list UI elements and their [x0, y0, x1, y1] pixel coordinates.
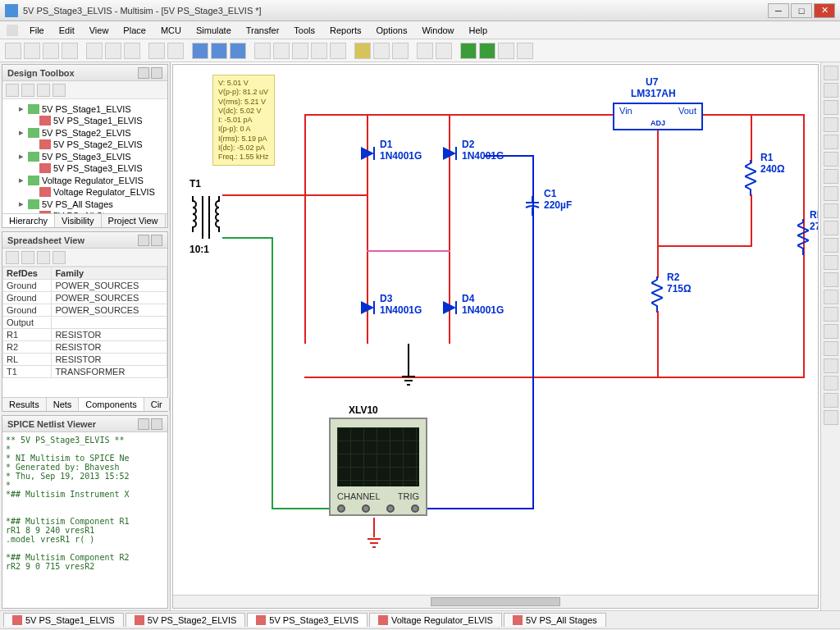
tool-pause-icon[interactable]	[498, 43, 514, 59]
tool-analysis-icon[interactable]	[417, 43, 433, 59]
tool-play-icon[interactable]	[479, 43, 495, 59]
tool-undo-icon[interactable]	[148, 43, 165, 59]
inst-labview-icon[interactable]	[824, 376, 838, 390]
refresh-icon[interactable]	[52, 84, 66, 97]
inst-logic-conv-icon[interactable]	[824, 221, 838, 235]
tool-print-icon[interactable]	[62, 43, 78, 59]
panel-pin-icon[interactable]	[138, 235, 149, 246]
spreadsheet-table[interactable]: RefDes Family GroundPOWER_SOURCESGroundP…	[2, 267, 167, 397]
tab-hierarchy[interactable]: Hierarchy	[2, 214, 55, 227]
inst-4ch-scope-icon[interactable]	[824, 135, 838, 149]
inst-word-gen-icon[interactable]	[824, 186, 838, 201]
tree-item[interactable]: 5V PS_Stage2_ELVIS	[4, 139, 166, 150]
tree-item[interactable]: Voltage Regulator_ELVIS	[4, 186, 166, 198]
table-row[interactable]: Output	[3, 317, 167, 329]
tab-visibility[interactable]: Visibility	[55, 214, 102, 227]
inst-spec-analyzer-icon[interactable]	[824, 272, 838, 287]
inst-dist-analyzer-icon[interactable]	[824, 255, 838, 270]
diode-d3[interactable]	[358, 301, 377, 314]
tool-save-icon[interactable]	[43, 43, 59, 59]
tool-instrument-icon[interactable]	[373, 43, 390, 59]
maximize-button[interactable]: □	[791, 3, 812, 18]
menu-place[interactable]: Place	[116, 24, 153, 37]
scope-port-3[interactable]	[386, 504, 395, 513]
inst-agilent-fg-icon[interactable]	[824, 307, 838, 322]
scope-port-1[interactable]	[337, 504, 345, 513]
netlist-text[interactable]: ** 5V PS_Stage3_ELVIS ** * * NI Multisim…	[2, 432, 167, 608]
table-row[interactable]: GroundPOWER_SOURCES	[3, 292, 167, 304]
tool-wire-icon[interactable]	[273, 43, 290, 59]
menu-mcu[interactable]: MCU	[154, 24, 188, 37]
panel-pin-icon[interactable]	[138, 67, 149, 79]
tool-bus-icon[interactable]	[292, 43, 308, 59]
tab-results[interactable]: Results	[2, 398, 47, 411]
inst-freq-counter-icon[interactable]	[824, 169, 838, 184]
new-file-icon[interactable]	[6, 84, 19, 97]
tool-open-icon[interactable]	[24, 43, 40, 59]
minimize-button[interactable]: ─	[768, 3, 789, 18]
doctab-vreg[interactable]: Voltage Regulator_ELVIS	[369, 613, 502, 627]
panel-close-icon[interactable]	[151, 235, 162, 246]
panel-close-icon[interactable]	[151, 418, 162, 430]
menu-reports[interactable]: Reports	[323, 24, 368, 37]
tool-stop-icon[interactable]	[517, 43, 533, 59]
sheet-sort-icon[interactable]	[37, 251, 50, 264]
diode-d2[interactable]	[440, 147, 459, 160]
tool-grapher-icon[interactable]	[392, 43, 409, 59]
inst-net-analyzer-icon[interactable]	[824, 290, 838, 304]
diode-d4[interactable]	[440, 301, 459, 314]
inst-elvis-icon[interactable]	[824, 393, 838, 408]
table-row[interactable]: GroundPOWER_SOURCES	[3, 304, 167, 317]
tree-item[interactable]: ▸5V PS_Stage2_ELVIS	[4, 126, 166, 139]
menu-window[interactable]: Window	[415, 24, 460, 37]
scope-port-4[interactable]	[411, 504, 419, 513]
menu-edit[interactable]: Edit	[52, 24, 81, 37]
inst-current-probe-icon[interactable]	[824, 410, 838, 425]
tool-paste-icon[interactable]	[124, 43, 140, 59]
menu-transfer[interactable]: Transfer	[240, 24, 286, 37]
menu-options[interactable]: Options	[370, 24, 414, 37]
table-row[interactable]: R1RESISTOR	[3, 329, 167, 341]
tree-item[interactable]: 5V PS_Stage3_ELVIS	[4, 162, 166, 174]
transformer-t1[interactable]	[186, 193, 226, 242]
resistor-r1[interactable]	[745, 160, 756, 196]
doctab-stage3[interactable]: 5V PS_Stage3_ELVIS	[247, 613, 368, 627]
tab-project-view[interactable]: Project View	[102, 214, 166, 227]
tool-cut-icon[interactable]	[86, 43, 103, 59]
inst-bode-icon[interactable]	[824, 152, 838, 167]
menu-help[interactable]: Help	[463, 24, 495, 37]
table-row[interactable]: T1TRANSFORMER	[3, 366, 167, 378]
tab-components[interactable]: Components	[79, 398, 144, 411]
panel-pin-icon[interactable]	[138, 418, 149, 430]
sheet-columns-icon[interactable]	[52, 251, 66, 264]
table-row[interactable]: RLRESISTOR	[3, 354, 167, 366]
close-button[interactable]: ✕	[814, 3, 835, 18]
tree-item[interactable]: ▸5V PS_All Stages	[4, 198, 166, 210]
inst-agilent-scope-icon[interactable]	[824, 341, 838, 356]
horizontal-scrollbar[interactable]	[173, 595, 818, 608]
tab-nets[interactable]: Nets	[47, 398, 80, 411]
tool-zoom-in-icon[interactable]	[192, 43, 208, 59]
tool-copy-icon[interactable]	[105, 43, 121, 59]
tool-zoom-fit-icon[interactable]	[230, 43, 246, 59]
col-family[interactable]: Family	[52, 267, 167, 280]
table-row[interactable]: GroundPOWER_SOURCES	[3, 280, 167, 292]
tree-item[interactable]: ▸5V PS_Stage1_ELVIS	[4, 103, 166, 115]
menu-simulate[interactable]: Simulate	[189, 24, 238, 37]
tree-item[interactable]: ▸5V PS_Stage3_ELVIS	[4, 150, 166, 162]
panel-close-icon[interactable]	[151, 67, 162, 79]
tool-text-icon[interactable]	[330, 43, 346, 59]
capacitor-c1[interactable]	[524, 196, 541, 216]
tool-run-icon[interactable]	[460, 43, 477, 59]
inst-multimeter-icon[interactable]	[824, 66, 838, 80]
resistor-r2[interactable]	[651, 276, 663, 313]
diode-d1[interactable]	[358, 147, 377, 160]
tree-item[interactable]: 5V PS_Stage1_ELVIS	[4, 115, 166, 126]
sheet-export-icon[interactable]	[6, 251, 19, 264]
doctab-all[interactable]: 5V PS_All Stages	[504, 613, 606, 627]
table-row[interactable]: R2RESISTOR	[3, 341, 167, 354]
tool-zoom-out-icon[interactable]	[211, 43, 227, 59]
tab-cir[interactable]: Cir	[144, 398, 170, 411]
schematic-canvas[interactable]: V: 5.01 VV(p-p): 81.2 uVV(rms): 5.21 VV(…	[172, 64, 819, 609]
tool-probe-icon[interactable]	[354, 43, 371, 59]
